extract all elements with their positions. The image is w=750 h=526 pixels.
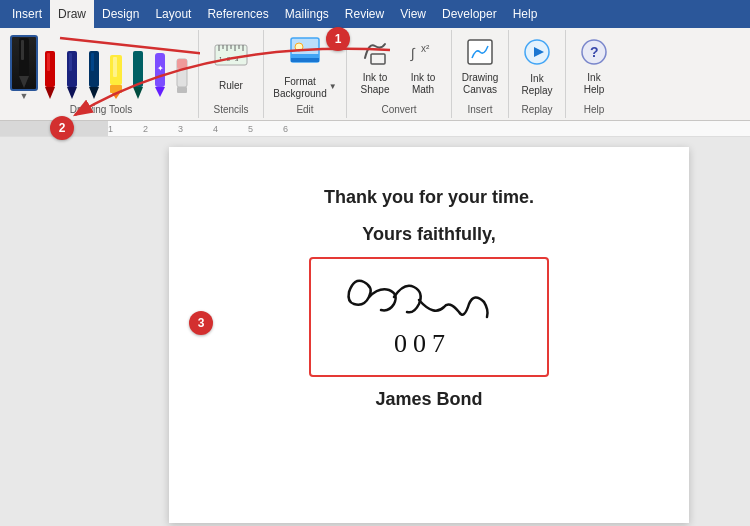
format-background-label: FormatBackground — [273, 76, 326, 100]
insert-label: Insert — [458, 101, 502, 118]
drawing-canvas-icon — [466, 38, 494, 70]
svg-marker-10 — [89, 87, 99, 99]
document-page: Thank you for your time. Yours faithfull… — [169, 147, 689, 523]
ink-to-math-button[interactable]: ∫ x² Ink to Math — [401, 35, 445, 99]
svg-marker-17 — [133, 87, 143, 99]
ink-to-shape-icon — [361, 38, 389, 70]
svg-rect-39 — [371, 54, 385, 64]
menu-developer[interactable]: Developer — [434, 0, 505, 28]
insert-group: Drawing Canvas Insert — [452, 30, 509, 118]
svg-rect-2 — [21, 40, 24, 60]
svg-marker-7 — [67, 87, 77, 99]
thank-you-text: Thank you for your time. — [209, 187, 649, 208]
ruler-tick-6: 6 — [283, 124, 288, 134]
menu-insert[interactable]: Insert — [4, 0, 50, 28]
annotation-3: 3 — [189, 311, 213, 335]
ruler-bar: 1 2 3 4 5 6 — [0, 121, 750, 137]
format-background-icon — [287, 34, 323, 74]
svg-rect-11 — [91, 53, 94, 71]
svg-text:007: 007 — [394, 329, 451, 358]
glitter-pen[interactable]: ✦ — [150, 49, 170, 101]
ruler-tick-4: 4 — [213, 124, 218, 134]
drawing-tools-label: Drawing Tools — [10, 101, 192, 118]
ruler-tick-3: 3 — [178, 124, 183, 134]
menu-references[interactable]: References — [199, 0, 276, 28]
ribbon: ▼ — [0, 28, 750, 121]
svg-marker-19 — [155, 87, 165, 97]
ruler-tick-2: 2 — [143, 124, 148, 134]
ink-help-icon: ? — [580, 38, 608, 70]
signature-box: 007 — [309, 257, 549, 377]
svg-text:x²: x² — [421, 43, 430, 54]
ruler-tick-5: 5 — [248, 124, 253, 134]
annotation-2: 2 — [50, 116, 74, 140]
help-label: Help — [572, 101, 616, 118]
svg-marker-14 — [112, 93, 120, 99]
menu-draw[interactable]: Draw — [50, 0, 94, 28]
menu-layout[interactable]: Layout — [147, 0, 199, 28]
dark-blue-pen[interactable] — [62, 49, 82, 101]
svg-rect-23 — [177, 87, 187, 93]
menu-mailings[interactable]: Mailings — [277, 0, 337, 28]
svg-text:?: ? — [590, 44, 599, 60]
ink-replay-icon — [522, 37, 552, 71]
menu-review[interactable]: Review — [337, 0, 392, 28]
closing-text: Yours faithfully, — [209, 224, 649, 245]
convert-group: Ink to Shape ∫ x² Ink to Math Convert — [347, 30, 452, 118]
navy-pen[interactable] — [84, 49, 104, 101]
svg-rect-37 — [291, 58, 319, 62]
ink-help-label: Ink Help — [576, 72, 612, 96]
ink-to-math-label: Ink to Math — [405, 72, 441, 96]
ink-to-shape-label: Ink to Shape — [357, 72, 393, 96]
format-background-button[interactable]: FormatBackground ▼ 1 — [270, 35, 340, 99]
format-background-dropdown: ▼ — [329, 82, 337, 91]
red-pen[interactable] — [40, 49, 60, 101]
ink-replay-button[interactable]: Ink Replay — [515, 35, 559, 99]
svg-marker-1 — [19, 76, 29, 88]
drawing-tools-group: ▼ — [4, 30, 199, 118]
svg-rect-22 — [177, 59, 187, 69]
drawing-canvas-label: Drawing Canvas — [462, 72, 499, 96]
annotation-1: 1 — [326, 27, 350, 51]
ruler-button[interactable]: 1 2 3 Ruler — [205, 32, 257, 96]
selected-pen[interactable]: ▼ — [10, 35, 38, 101]
signature-svg: 007 — [319, 262, 539, 372]
edit-group: FormatBackground ▼ 1 Edit — [264, 30, 347, 118]
menu-bar: Insert Draw Design Layout References Mai… — [0, 0, 750, 28]
menu-view[interactable]: View — [392, 0, 434, 28]
svg-marker-4 — [45, 87, 55, 99]
ruler-label: Ruler — [219, 80, 243, 92]
teal-pen[interactable] — [128, 49, 148, 101]
svg-rect-15 — [113, 57, 117, 77]
replay-section-label: Replay — [515, 101, 559, 118]
svg-rect-8 — [69, 53, 72, 71]
replay-group: Ink Replay Replay — [509, 30, 566, 118]
menu-design[interactable]: Design — [94, 0, 147, 28]
stencils-group: 1 2 3 Ruler Stencils — [199, 30, 264, 118]
ink-help-button[interactable]: ? Ink Help — [572, 35, 616, 99]
ruler-icon: 1 2 3 — [213, 37, 249, 78]
ruler-tick-1: 1 — [108, 124, 113, 134]
ink-to-shape-button[interactable]: Ink to Shape — [353, 35, 397, 99]
yellow-highlighter[interactable] — [106, 49, 126, 101]
ink-replay-label: Ink Replay — [519, 73, 555, 97]
help-group: ? Ink Help Help — [566, 30, 622, 118]
edit-label: Edit — [270, 101, 340, 118]
author-name: James Bond — [209, 389, 649, 410]
ink-to-math-icon: ∫ x² — [409, 38, 437, 70]
stencils-label: Stencils — [205, 101, 257, 118]
drawing-canvas-button[interactable]: Drawing Canvas — [458, 35, 502, 99]
svg-rect-13 — [110, 85, 122, 93]
svg-point-38 — [295, 43, 303, 51]
svg-text:✦: ✦ — [157, 64, 164, 73]
svg-rect-5 — [47, 53, 50, 71]
svg-rect-16 — [133, 51, 143, 87]
svg-text:∫: ∫ — [410, 45, 416, 62]
menu-help[interactable]: Help — [505, 0, 546, 28]
convert-label: Convert — [353, 101, 445, 118]
document-area: Thank you for your time. Yours faithfull… — [0, 137, 750, 526]
eraser-tool[interactable] — [172, 49, 192, 101]
